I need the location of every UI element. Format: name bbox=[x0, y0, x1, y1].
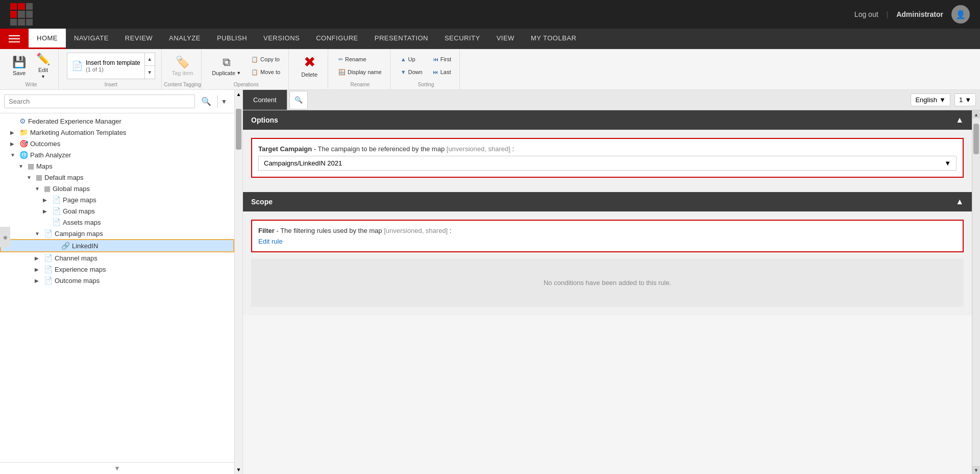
menu-item-review[interactable]: REVIEW bbox=[117, 29, 161, 49]
sidebar-scroll-down-btn[interactable]: ▼ bbox=[235, 465, 243, 474]
rename-stack: ✏ Rename 🪟 Display name bbox=[334, 53, 386, 78]
lang-label: English bbox=[915, 96, 937, 104]
tree-item-experience-maps[interactable]: ▶ 📄 Experience maps bbox=[0, 264, 234, 275]
menu-item-presentation[interactable]: PRESENTATION bbox=[366, 29, 436, 49]
topbar: Log out | Administrator 👤 bbox=[0, 0, 980, 29]
insert-arrow-down[interactable]: ▼ bbox=[145, 66, 155, 79]
avatar[interactable]: 👤 bbox=[951, 5, 970, 23]
last-button[interactable]: ⏭ Last bbox=[429, 66, 455, 78]
options-collapse-btn[interactable]: ▲ bbox=[955, 115, 964, 125]
copy-to-button[interactable]: 📋 Copy to bbox=[247, 53, 284, 65]
tree-label: Channel maps bbox=[55, 254, 97, 262]
save-button[interactable]: 💾 Save bbox=[8, 51, 30, 81]
sidebar-scrollbar-track bbox=[235, 99, 242, 465]
menu-item-home[interactable]: HOME bbox=[29, 29, 66, 49]
campaign-maps-icon: 📄 bbox=[44, 229, 53, 238]
tree-item-marketing[interactable]: ▶ 📁 Marketing Automation Templates bbox=[0, 127, 234, 138]
ribbon: 💾 Save ✏️ Edit ▼ Write 📄 Insert from tem… bbox=[0, 49, 980, 90]
tree-item-assets-maps[interactable]: 📄 Assets maps bbox=[0, 217, 234, 228]
rename-button[interactable]: ✏ Rename bbox=[334, 53, 386, 65]
search-icon: 🔍 bbox=[295, 96, 303, 104]
tree-item-path-analyzer[interactable]: ▼ 🌐 Path Analyzer bbox=[0, 149, 234, 160]
tab-content[interactable]: Content bbox=[243, 90, 287, 110]
sidebar-scroll-down[interactable]: ▼ bbox=[0, 462, 234, 474]
expand-icon: ▼ bbox=[35, 231, 42, 236]
outcomes-icon: 🎯 bbox=[19, 139, 28, 148]
campaign-value: Campaigns/LinkedIN 2021 bbox=[264, 159, 342, 167]
menu-item-configure[interactable]: CONFIGURE bbox=[308, 29, 366, 49]
ribbon-group-write: 💾 Save ✏️ Edit ▼ Write bbox=[4, 49, 59, 89]
ribbon-group-delete: ✖ Delete bbox=[291, 49, 328, 89]
tag-item-label: Tag item bbox=[172, 70, 193, 76]
menu-item-my-toolbar[interactable]: MY TOOLBAR bbox=[523, 29, 585, 49]
tree-item-campaign-maps[interactable]: ▼ 📄 Campaign maps bbox=[0, 228, 234, 239]
tag-item-button[interactable]: 🏷️ Tag item bbox=[168, 51, 198, 81]
insert-group-label: Insert bbox=[61, 82, 161, 87]
tree-item-global-maps[interactable]: ▼ ▦ Global maps bbox=[0, 183, 234, 194]
display-name-button[interactable]: 🪟 Display name bbox=[334, 66, 386, 78]
sidebar-scrollbar: ▲ ▼ bbox=[235, 90, 243, 474]
tree-item-goal-maps[interactable]: ▶ 📄 Goal maps bbox=[0, 205, 234, 217]
main-layout: 🔍 ▼ ⚙ Federated Experience Manager ▶ 📁 M… bbox=[0, 90, 980, 474]
scroll-down-arrow[interactable]: ▼ bbox=[114, 465, 120, 472]
scrollbar-down-btn[interactable]: ▼ bbox=[972, 466, 980, 474]
global-maps-icon: ▦ bbox=[44, 184, 51, 193]
insert-from-template-btn[interactable]: 📄 Insert from template (1 of 1) bbox=[67, 53, 144, 79]
first-button[interactable]: ⏮ First bbox=[429, 53, 455, 65]
version-dropdown[interactable]: 1 ▼ bbox=[954, 93, 976, 106]
content-search-button[interactable]: 🔍 bbox=[289, 91, 308, 109]
delete-button[interactable]: ✖ Delete bbox=[295, 51, 324, 81]
tree-item-federated[interactable]: ⚙ Federated Experience Manager bbox=[0, 115, 234, 127]
menu-item-view[interactable]: VIEW bbox=[488, 29, 523, 49]
search-input[interactable] bbox=[4, 94, 195, 108]
menu-item-publish[interactable]: PUBLISH bbox=[209, 29, 255, 49]
edit-rule-link[interactable]: Edit rule bbox=[258, 238, 283, 245]
insert-arrow-up[interactable]: ▲ bbox=[145, 53, 155, 66]
duplicate-icon: ⧉ bbox=[223, 56, 231, 69]
menu-item-security[interactable]: SECURITY bbox=[436, 29, 488, 49]
tree-item-default-maps[interactable]: ▼ ▦ Default maps bbox=[0, 172, 234, 183]
scrollbar-up-btn[interactable]: ▲ bbox=[972, 110, 980, 118]
tree-label: LinkedIN bbox=[72, 242, 98, 250]
down-icon: ▼ bbox=[401, 69, 406, 75]
filter-label: Filter bbox=[258, 227, 275, 234]
scope-title: Scope bbox=[251, 198, 273, 206]
up-button[interactable]: ▲ Up bbox=[397, 53, 427, 65]
menu-item-versions[interactable]: VERSIONS bbox=[255, 29, 308, 49]
tree-label: Goal maps bbox=[63, 207, 95, 215]
edit-button[interactable]: ✏️ Edit ▼ bbox=[32, 51, 54, 81]
rename-icon: ✏ bbox=[338, 56, 343, 63]
tree-item-maps[interactable]: ▼ ▦ Maps bbox=[0, 160, 234, 172]
version-dropdown-arrow: ▼ bbox=[965, 96, 971, 104]
sidebar-scroll-up-btn[interactable]: ▲ bbox=[235, 90, 243, 99]
expand-icon: ▶ bbox=[35, 255, 42, 261]
menu-item-navigate[interactable]: NAVIGATE bbox=[66, 29, 117, 49]
tree-label: Page maps bbox=[63, 196, 96, 204]
logout-link[interactable]: Log out bbox=[854, 10, 878, 18]
tree-item-outcomes[interactable]: ▶ 🎯 Outcomes bbox=[0, 138, 234, 149]
ribbon-group-operations: ⧉ Duplicate ▼ 📋 Copy to 📋 Move to Operat… bbox=[204, 49, 289, 89]
first-label: First bbox=[440, 56, 451, 62]
expand-icon: ▼ bbox=[18, 163, 26, 169]
hamburger-button[interactable] bbox=[0, 29, 29, 49]
sidebar-resize-handle[interactable]: ◉ bbox=[0, 227, 10, 247]
scrollbar-thumb[interactable] bbox=[973, 124, 979, 154]
last-label: Last bbox=[440, 69, 451, 75]
tree-label: Maps bbox=[36, 162, 53, 170]
campaign-dropdown[interactable]: Campaigns/LinkedIN 2021 ▼ bbox=[258, 156, 957, 171]
language-dropdown[interactable]: English ▼ bbox=[911, 93, 950, 106]
tree-item-channel-maps[interactable]: ▶ 📄 Channel maps bbox=[0, 252, 234, 264]
search-dropdown[interactable]: ▼ bbox=[217, 96, 230, 108]
duplicate-button[interactable]: ⧉ Duplicate ▼ bbox=[208, 51, 245, 81]
down-button[interactable]: ▼ Down bbox=[397, 66, 427, 78]
scope-collapse-btn[interactable]: ▲ bbox=[955, 197, 964, 206]
tree-item-linkedin[interactable]: 🔗 LinkedIN bbox=[0, 239, 234, 252]
tree-item-outcome-maps[interactable]: ▶ 📄 Outcome maps bbox=[0, 275, 234, 286]
sidebar-scrollbar-thumb[interactable] bbox=[236, 109, 241, 150]
tree-item-page-maps[interactable]: ▶ 📄 Page maps bbox=[0, 194, 234, 205]
menu-item-analyze[interactable]: ANALYZE bbox=[161, 29, 209, 49]
search-button[interactable]: 🔍 bbox=[197, 94, 215, 109]
move-to-button[interactable]: 📋 Move to bbox=[247, 66, 284, 78]
app-logo[interactable] bbox=[10, 3, 33, 26]
copy-move-group: 📋 Copy to 📋 Move to bbox=[247, 53, 284, 78]
